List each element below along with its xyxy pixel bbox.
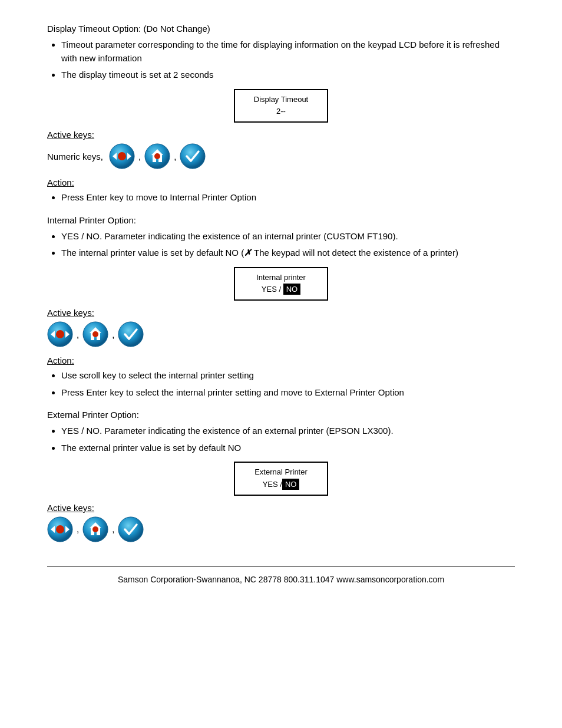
display-timeout-title: Display Timeout Option: (Do Not Change) [47,24,515,34]
active-keys-container-3: Active keys: , [47,503,515,542]
comma2: , [174,151,176,162]
enter-key-3[interactable] [118,516,144,542]
internal-printer-title: Internal Printer Option: [47,215,515,225]
display-timeout-lcd: Display Timeout 2-- [234,89,328,123]
comma6: , [112,524,114,534]
active-keys-label: Active keys: [47,130,515,140]
keys-row-2: , , [47,321,515,347]
comma4: , [112,330,114,340]
action-bullets: Press Enter key to move to Internal Prin… [61,191,515,205]
svg-point-7 [180,144,205,169]
action-label: Action: [47,177,515,187]
comma5: , [77,524,79,534]
svg-point-17 [56,525,64,533]
action-container: Action: Press Enter key to move to Inter… [47,177,515,205]
footer: Samson Corporation-Swannanoa, NC 28778 8… [47,566,515,584]
lcd-line2: 2-- [241,106,321,118]
lcd-line1: Internal printer [241,272,321,284]
svg-point-15 [118,322,143,347]
keys-prefix-text: Numeric keys, [47,151,103,162]
action-bullet: Press Enter key to move to Internal Prin… [61,191,515,205]
external-printer-section: External Printer Option: YES / NO. Param… [47,410,515,542]
home-key-2[interactable] [82,321,108,347]
enter-key[interactable] [180,143,206,169]
internal-printer-section: Internal Printer Option: YES / NO. Param… [47,215,515,400]
bullet-item: The external printer value is set by def… [61,442,515,455]
scroll-key-2[interactable] [47,321,73,347]
bullet-item: YES / NO. Parameter indicating the exist… [61,230,515,243]
external-printer-lcd: External Printer YES /NO [234,462,328,496]
lcd-line1: Display Timeout [241,94,321,106]
svg-point-14 [92,331,98,337]
no-highlight-badge-2: NO [282,479,300,490]
comma3: , [77,330,79,340]
scroll-key-3[interactable] [47,516,73,542]
action-bullet: Use scroll key to select the internal pr… [61,369,515,383]
active-keys-label-2: Active keys: [47,308,515,318]
internal-printer-lcd: Internal printer YES / NO [234,267,328,301]
svg-point-22 [92,526,98,532]
enter-key-2[interactable] [118,321,144,347]
lcd-line1: External Printer [241,466,321,479]
display-timeout-bullets: Timeout parameter corresponding to the t… [61,38,515,82]
action-container-2: Action: Use scroll key to select the int… [47,355,515,399]
scroll-key[interactable] [109,143,135,169]
lcd-line2: YES /NO [241,479,321,491]
comma1: , [138,151,141,162]
svg-point-23 [118,517,143,542]
home-key-3[interactable] [82,516,108,542]
active-keys-container: Active keys: Numeric keys, , [47,130,515,169]
svg-point-6 [154,153,160,159]
svg-point-1 [118,152,126,160]
bullet-item: Timeout parameter corresponding to the t… [61,38,515,65]
bullet-item: The internal printer value is set by def… [61,246,515,260]
footer-text: Samson Corporation-Swannanoa, NC 28778 8… [118,575,444,584]
keys-row-3: , , [47,516,515,542]
external-printer-bullets: YES / NO. Parameter indicating the exist… [61,424,515,454]
internal-printer-bullets: YES / NO. Parameter indicating the exist… [61,230,515,260]
bullet-item: The display timeout is set at 2 seconds [61,68,515,82]
action-bullets-2: Use scroll key to select the internal pr… [61,369,515,399]
bullet-item: YES / NO. Parameter indicating the exist… [61,424,515,438]
active-keys-label-3: Active keys: [47,503,515,513]
keys-row: Numeric keys, , [47,143,515,169]
action-label-2: Action: [47,355,515,365]
lcd-line2: YES / NO [241,284,321,296]
no-highlight-badge: NO [283,284,301,295]
active-keys-container-2: Active keys: , [47,308,515,347]
action-bullet: Press Enter key to select the internal p… [61,386,515,400]
svg-point-9 [56,330,64,338]
external-printer-title: External Printer Option: [47,410,515,420]
home-key[interactable] [144,143,170,169]
display-timeout-section: Display Timeout Option: (Do Not Change) … [47,24,515,205]
